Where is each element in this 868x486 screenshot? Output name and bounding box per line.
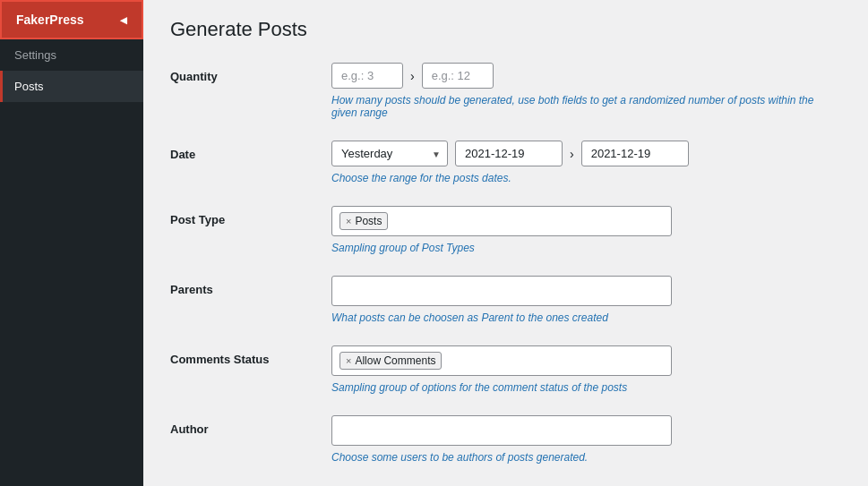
parents-field: What posts can be choosen as Parent to t…	[331, 276, 841, 324]
main-content: Generate Posts Quantity › How many posts…	[143, 0, 868, 486]
post-type-tag-remove[interactable]: ×	[346, 217, 351, 226]
sidebar-item-settings-label: Settings	[14, 48, 56, 62]
author-row: Author Choose some users to be authors o…	[170, 415, 841, 464]
sidebar-item-posts-label: Posts	[14, 80, 44, 93]
comments-status-label: Comments Status	[170, 345, 331, 366]
author-hint: Choose some users to be authors of posts…	[331, 451, 841, 464]
date-start-input[interactable]	[455, 141, 563, 166]
date-inputs: Yesterday Today Last 7 days Last 30 days…	[331, 141, 841, 166]
date-hint: Choose the range for the posts dates.	[331, 172, 841, 184]
comments-status-hint: Sampling group of options for the commen…	[331, 381, 841, 394]
date-range-arrow-icon: ›	[570, 147, 574, 161]
parents-hint: What posts can be choosen as Parent to t…	[331, 311, 841, 324]
date-end-input[interactable]	[581, 141, 689, 166]
quantity-label: Quantity	[170, 63, 331, 83]
quantity-field: › How many posts should be generated, us…	[331, 63, 841, 119]
post-type-row: Post Type × Posts Sampling group of Post…	[170, 206, 841, 254]
sidebar-item-settings[interactable]: Settings	[0, 39, 143, 71]
post-type-input[interactable]: × Posts	[331, 206, 672, 236]
quantity-hint: How many posts should be generated, use …	[331, 94, 841, 119]
comments-status-tag: × Allow Comments	[339, 352, 442, 370]
date-preset-select[interactable]: Yesterday Today Last 7 days Last 30 days…	[331, 141, 448, 166]
comments-status-row: Comments Status × Allow Comments Samplin…	[170, 345, 841, 394]
author-field: Choose some users to be authors of posts…	[331, 415, 841, 464]
quantity-row: Quantity › How many posts should be gene…	[170, 63, 841, 119]
sidebar: FakerPress ◀ Settings Posts	[0, 0, 143, 486]
post-type-hint: Sampling group of Post Types	[331, 242, 841, 254]
author-label: Author	[170, 415, 331, 436]
parents-label: Parents	[170, 276, 331, 296]
range-arrow-icon: ›	[410, 69, 415, 83]
comments-status-tag-label: Allow Comments	[355, 354, 435, 367]
post-type-label: Post Type	[170, 206, 331, 226]
quantity-inputs: ›	[331, 63, 841, 89]
post-type-field: × Posts Sampling group of Post Types	[331, 206, 841, 254]
date-select-wrapper: Yesterday Today Last 7 days Last 30 days…	[331, 141, 448, 166]
comments-status-input[interactable]: × Allow Comments	[331, 345, 672, 376]
post-type-tag-input[interactable]	[391, 215, 664, 228]
sidebar-brand-label: FakerPress	[16, 13, 84, 27]
post-type-tag-label: Posts	[355, 215, 382, 227]
date-row: Date Yesterday Today Last 7 days Last 30…	[170, 141, 841, 184]
comments-status-field: × Allow Comments Sampling group of optio…	[331, 345, 841, 394]
post-type-tag: × Posts	[339, 212, 388, 230]
page-title: Generate Posts	[170, 18, 841, 41]
comments-status-tag-input[interactable]	[445, 354, 664, 368]
comments-status-tag-remove[interactable]: ×	[346, 356, 351, 366]
quantity-max-input[interactable]	[422, 63, 494, 89]
quantity-min-input[interactable]	[331, 63, 403, 89]
date-field: Yesterday Today Last 7 days Last 30 days…	[331, 141, 841, 184]
date-label: Date	[170, 141, 331, 161]
parents-input[interactable]	[331, 276, 672, 306]
sidebar-item-posts[interactable]: Posts	[0, 71, 143, 102]
sidebar-brand[interactable]: FakerPress ◀	[0, 0, 143, 39]
sidebar-chevron-icon: ◀	[120, 15, 127, 25]
parents-row: Parents What posts can be choosen as Par…	[170, 276, 841, 324]
author-input[interactable]	[331, 415, 672, 446]
